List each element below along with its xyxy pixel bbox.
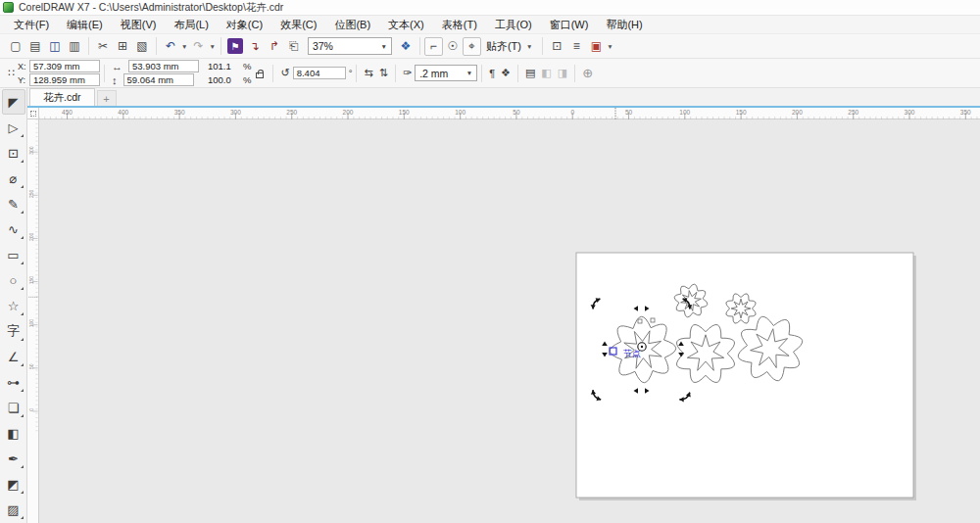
degree-label: °: [349, 68, 353, 78]
ellipse-tool[interactable]: ○: [2, 267, 25, 293]
app-launcher-icon[interactable]: ⊡: [547, 36, 566, 56]
object-width-input[interactable]: 53.903 mm: [128, 60, 199, 72]
connector-tool[interactable]: ⊶: [2, 369, 25, 395]
x-position-input[interactable]: 57.309 mm: [29, 60, 100, 72]
drop-shadow-tool-icon: ❏: [8, 401, 20, 415]
menu-file[interactable]: 文件(F): [5, 16, 58, 34]
open-icon[interactable]: ▤: [25, 36, 45, 56]
cut-icon[interactable]: ✂: [93, 36, 113, 56]
print-icon[interactable]: ▥: [65, 36, 84, 56]
new-document-icon[interactable]: ▢: [6, 36, 25, 56]
scale-x-input[interactable]: 101.1: [205, 60, 240, 72]
mirror-vertical-icon[interactable]: ⇅: [376, 67, 391, 79]
convert-to-curves-icon[interactable]: ❖: [498, 67, 514, 79]
object-height-input[interactable]: 59.064 mm: [123, 73, 194, 86]
mirror-horizontal-icon[interactable]: ⇆: [361, 67, 375, 79]
flyout-indicator: [21, 236, 24, 239]
ellipse-tool-icon: ○: [10, 273, 18, 288]
text-tool[interactable]: 字: [2, 318, 25, 344]
publish-pdf-icon[interactable]: ⎗: [284, 36, 304, 56]
menu-text[interactable]: 文本(X): [379, 16, 433, 34]
polygon-tool[interactable]: ☆: [2, 293, 25, 318]
redo-icon[interactable]: ↷: [188, 36, 208, 56]
rotation-angle-input[interactable]: 8.404: [293, 67, 346, 79]
options-icon[interactable]: ≡: [566, 36, 586, 56]
rectangle-tool[interactable]: ▭: [2, 242, 25, 267]
svg-text:250: 250: [286, 109, 297, 116]
snap-to-label: 贴齐(T): [486, 39, 521, 54]
shape-tool[interactable]: ▷: [2, 115, 25, 140]
menu-view[interactable]: 视图(V): [112, 16, 166, 34]
svg-text:150: 150: [736, 109, 747, 116]
menu-window[interactable]: 窗口(W): [541, 16, 598, 34]
menu-effects[interactable]: 效果(C): [271, 16, 325, 34]
view-grid-icon[interactable]: ☉: [443, 36, 463, 56]
zoom-level-select[interactable]: 37% ▼: [308, 37, 392, 55]
paste-icon[interactable]: ▧: [132, 36, 152, 56]
zoom-tool[interactable]: ⌀: [2, 166, 25, 191]
y-position-input[interactable]: 128.959 mm: [29, 73, 100, 86]
snap-to-dropdown[interactable]: 贴齐(T) ▼: [481, 39, 538, 54]
menu-tools[interactable]: 工具(O): [486, 16, 541, 34]
fullscreen-preview-icon[interactable]: ❖: [396, 36, 416, 56]
show-rulers-icon[interactable]: ⌐: [424, 37, 443, 56]
menu-help[interactable]: 帮助(H): [597, 16, 651, 34]
svg-text:100: 100: [455, 109, 466, 116]
coreldraw-logo: [3, 2, 14, 13]
pick-tool[interactable]: ◤: [2, 89, 25, 115]
flyout-indicator: [21, 338, 24, 341]
menu-table[interactable]: 表格(T): [433, 16, 486, 34]
search-content-icon[interactable]: ⚑: [227, 38, 243, 54]
menu-layout[interactable]: 布局(L): [165, 16, 217, 34]
import-icon[interactable]: ↴: [245, 36, 265, 56]
document-tab[interactable]: 花卉.cdr: [29, 88, 95, 106]
quick-customize-icon[interactable]: ⊕: [579, 66, 596, 80]
dimension-tool[interactable]: ∠: [2, 344, 25, 369]
lock-ratio-icon[interactable]: [256, 72, 264, 78]
new-document-tab-button[interactable]: +: [97, 90, 117, 106]
undo-dropdown[interactable]: ▼: [180, 43, 188, 50]
svg-text:400: 400: [118, 109, 128, 116]
svg-text:50: 50: [28, 363, 34, 369]
welcome-screen-icon[interactable]: ▣: [586, 36, 606, 56]
eyedropper-tool[interactable]: ✒: [2, 446, 25, 471]
horizontal-ruler[interactable]: 4504003503002502001501005005010015020025…: [39, 108, 980, 119]
undo-icon[interactable]: ↶: [161, 36, 180, 56]
drop-shadow-tool[interactable]: ❏: [2, 395, 25, 420]
drawing-canvas[interactable]: 节点: [39, 119, 980, 523]
interactive-fill-tool[interactable]: ◩: [2, 471, 25, 497]
group-objects-icon[interactable]: ◧: [538, 67, 554, 79]
crop-tool[interactable]: ⊡: [2, 140, 25, 166]
welcome-screen-dropdown[interactable]: ▼: [606, 43, 613, 50]
outline-width-select[interactable]: .2 mm ▼: [415, 65, 477, 81]
redo-dropdown[interactable]: ▼: [208, 43, 216, 50]
snap-crosshair-icon[interactable]: ⌖: [463, 37, 481, 56]
y-position-label: Y:: [18, 75, 26, 85]
svg-text:100: 100: [679, 109, 690, 116]
menu-edit[interactable]: 编辑(E): [58, 16, 112, 34]
wrap-paragraph-text-icon[interactable]: ¶: [486, 68, 498, 79]
flyout-indicator: [21, 211, 24, 214]
menu-bitmaps[interactable]: 位图(B): [325, 16, 379, 34]
curve-node-handle[interactable]: [651, 318, 655, 322]
export-icon[interactable]: ↱: [265, 36, 284, 56]
bezier-tool[interactable]: ∿: [2, 216, 25, 242]
curve-node-handle[interactable]: [638, 319, 642, 323]
ruler-origin[interactable]: [27, 108, 39, 119]
combine-objects-icon[interactable]: ◨: [555, 67, 570, 79]
transparency-tool[interactable]: ◧: [2, 420, 25, 446]
outline-pen-icon: ✑: [400, 67, 415, 79]
scale-y-input[interactable]: 100.0: [205, 73, 240, 86]
svg-text:150: 150: [28, 276, 34, 285]
rectangle-tool-icon: ▭: [7, 248, 19, 262]
save-icon[interactable]: ◫: [45, 36, 65, 56]
freehand-tool[interactable]: ✎: [2, 191, 25, 216]
copy-icon[interactable]: ⊞: [113, 36, 132, 56]
smart-fill-tool[interactable]: ▨: [2, 497, 25, 522]
object-styles-icon[interactable]: ▤: [522, 67, 538, 79]
menu-object[interactable]: 对象(C): [218, 16, 271, 34]
title-bar: CorelDRAW X7 - C:\Users\Administrator\De…: [0, 0, 980, 16]
svg-text:300: 300: [230, 109, 241, 116]
vertical-ruler[interactable]: 300250200150100500: [27, 119, 39, 523]
bezier-tool-icon: ∿: [8, 222, 19, 237]
